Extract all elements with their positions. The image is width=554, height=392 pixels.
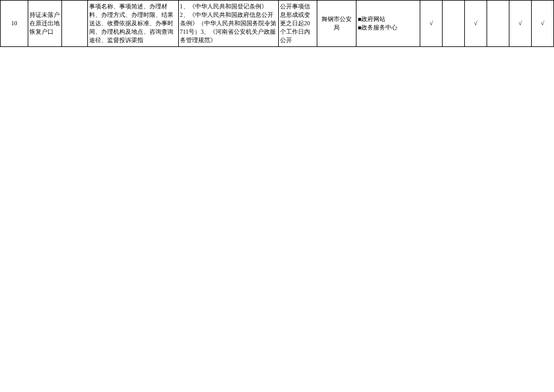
cell-check-3: √ (465, 1, 487, 47)
cell-check-4 (487, 1, 509, 47)
cell-time-limit: 公开事项信息形成或变更之日起20个工作日内公开 (278, 1, 317, 47)
cell-basis: 1、《中华人民共和国登记条例》2、《中华人民共和国政府信息公开条例》（中华人民共… (178, 1, 278, 47)
cell-check-2 (443, 1, 465, 47)
cell-number: 10 (1, 1, 28, 47)
cell-blank (61, 1, 88, 47)
cell-content: 事项名称、事项简述、办理材料、办理方式、办理时限、结果送达、收费依据及标准、办事… (88, 1, 178, 47)
cell-item-name: 持证未落户在原迁出地恢复户口 (28, 1, 61, 47)
cell-check-6: √ (531, 1, 553, 47)
cell-check-1: √ (420, 1, 443, 47)
document-table: 10 持证未落户在原迁出地恢复户口 事项名称、事项简述、办理材料、办理方式、办理… (0, 0, 554, 47)
cell-channel: ■政府网站■政务服务中心 (356, 1, 420, 47)
table-row: 10 持证未落户在原迁出地恢复户口 事项名称、事项简述、办理材料、办理方式、办理… (1, 1, 554, 47)
cell-subject: 舞钢市公安局 (317, 1, 356, 47)
cell-check-5: √ (509, 1, 532, 47)
